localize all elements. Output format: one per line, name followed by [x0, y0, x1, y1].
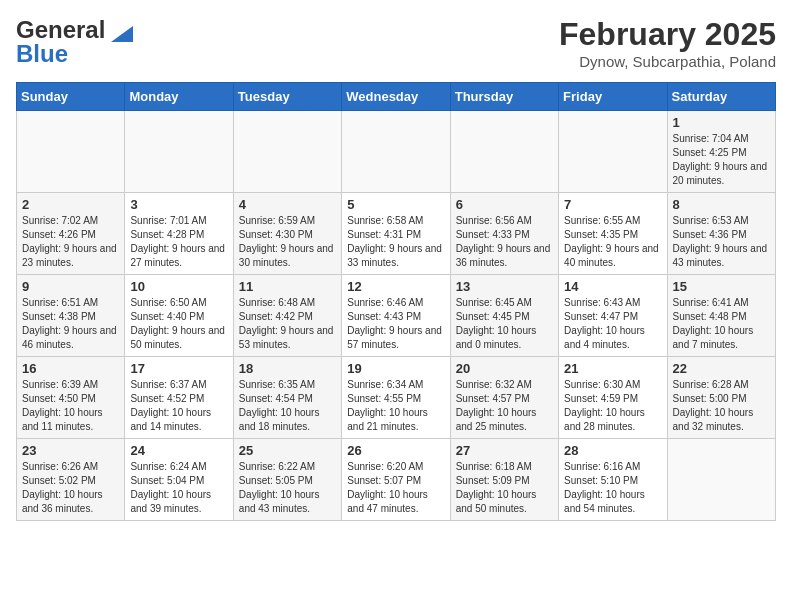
day-cell: 4Sunrise: 6:59 AM Sunset: 4:30 PM Daylig…	[233, 193, 341, 275]
weekday-header-row: SundayMondayTuesdayWednesdayThursdayFrid…	[17, 83, 776, 111]
day-cell	[559, 111, 667, 193]
day-number: 13	[456, 279, 553, 294]
day-info: Sunrise: 6:46 AM Sunset: 4:43 PM Dayligh…	[347, 296, 444, 352]
day-cell: 7Sunrise: 6:55 AM Sunset: 4:35 PM Daylig…	[559, 193, 667, 275]
day-cell: 2Sunrise: 7:02 AM Sunset: 4:26 PM Daylig…	[17, 193, 125, 275]
day-cell	[342, 111, 450, 193]
day-cell: 22Sunrise: 6:28 AM Sunset: 5:00 PM Dayli…	[667, 357, 775, 439]
calendar: SundayMondayTuesdayWednesdayThursdayFrid…	[16, 82, 776, 521]
day-info: Sunrise: 6:41 AM Sunset: 4:48 PM Dayligh…	[673, 296, 770, 352]
day-number: 4	[239, 197, 336, 212]
day-cell: 26Sunrise: 6:20 AM Sunset: 5:07 PM Dayli…	[342, 439, 450, 521]
day-number: 2	[22, 197, 119, 212]
day-info: Sunrise: 6:26 AM Sunset: 5:02 PM Dayligh…	[22, 460, 119, 516]
day-number: 21	[564, 361, 661, 376]
day-info: Sunrise: 6:55 AM Sunset: 4:35 PM Dayligh…	[564, 214, 661, 270]
day-cell: 11Sunrise: 6:48 AM Sunset: 4:42 PM Dayli…	[233, 275, 341, 357]
day-cell	[233, 111, 341, 193]
day-cell: 10Sunrise: 6:50 AM Sunset: 4:40 PM Dayli…	[125, 275, 233, 357]
day-info: Sunrise: 6:56 AM Sunset: 4:33 PM Dayligh…	[456, 214, 553, 270]
weekday-header-wednesday: Wednesday	[342, 83, 450, 111]
day-cell: 14Sunrise: 6:43 AM Sunset: 4:47 PM Dayli…	[559, 275, 667, 357]
day-info: Sunrise: 6:51 AM Sunset: 4:38 PM Dayligh…	[22, 296, 119, 352]
day-number: 3	[130, 197, 227, 212]
day-info: Sunrise: 6:18 AM Sunset: 5:09 PM Dayligh…	[456, 460, 553, 516]
day-info: Sunrise: 6:24 AM Sunset: 5:04 PM Dayligh…	[130, 460, 227, 516]
day-cell: 15Sunrise: 6:41 AM Sunset: 4:48 PM Dayli…	[667, 275, 775, 357]
day-number: 8	[673, 197, 770, 212]
svg-marker-0	[111, 26, 133, 42]
day-info: Sunrise: 7:01 AM Sunset: 4:28 PM Dayligh…	[130, 214, 227, 270]
day-info: Sunrise: 6:30 AM Sunset: 4:59 PM Dayligh…	[564, 378, 661, 434]
day-info: Sunrise: 6:48 AM Sunset: 4:42 PM Dayligh…	[239, 296, 336, 352]
day-info: Sunrise: 6:34 AM Sunset: 4:55 PM Dayligh…	[347, 378, 444, 434]
logo-icon	[111, 26, 133, 42]
day-info: Sunrise: 6:58 AM Sunset: 4:31 PM Dayligh…	[347, 214, 444, 270]
day-number: 15	[673, 279, 770, 294]
day-cell: 20Sunrise: 6:32 AM Sunset: 4:57 PM Dayli…	[450, 357, 558, 439]
day-number: 23	[22, 443, 119, 458]
day-number: 19	[347, 361, 444, 376]
logo-blue: Blue	[16, 40, 68, 68]
day-cell: 17Sunrise: 6:37 AM Sunset: 4:52 PM Dayli…	[125, 357, 233, 439]
day-info: Sunrise: 6:16 AM Sunset: 5:10 PM Dayligh…	[564, 460, 661, 516]
day-number: 17	[130, 361, 227, 376]
weekday-header-monday: Monday	[125, 83, 233, 111]
day-cell: 18Sunrise: 6:35 AM Sunset: 4:54 PM Dayli…	[233, 357, 341, 439]
day-info: Sunrise: 6:37 AM Sunset: 4:52 PM Dayligh…	[130, 378, 227, 434]
day-number: 6	[456, 197, 553, 212]
day-number: 11	[239, 279, 336, 294]
day-cell: 12Sunrise: 6:46 AM Sunset: 4:43 PM Dayli…	[342, 275, 450, 357]
day-cell	[17, 111, 125, 193]
day-cell: 23Sunrise: 6:26 AM Sunset: 5:02 PM Dayli…	[17, 439, 125, 521]
day-info: Sunrise: 6:50 AM Sunset: 4:40 PM Dayligh…	[130, 296, 227, 352]
day-number: 14	[564, 279, 661, 294]
day-cell: 21Sunrise: 6:30 AM Sunset: 4:59 PM Dayli…	[559, 357, 667, 439]
week-row-2: 2Sunrise: 7:02 AM Sunset: 4:26 PM Daylig…	[17, 193, 776, 275]
weekday-header-sunday: Sunday	[17, 83, 125, 111]
day-number: 12	[347, 279, 444, 294]
day-cell: 24Sunrise: 6:24 AM Sunset: 5:04 PM Dayli…	[125, 439, 233, 521]
day-cell: 5Sunrise: 6:58 AM Sunset: 4:31 PM Daylig…	[342, 193, 450, 275]
logo: General Blue	[16, 16, 133, 68]
page-header: General Blue February 2025 Dynow, Subcar…	[16, 16, 776, 70]
day-info: Sunrise: 6:45 AM Sunset: 4:45 PM Dayligh…	[456, 296, 553, 352]
day-number: 25	[239, 443, 336, 458]
day-info: Sunrise: 6:20 AM Sunset: 5:07 PM Dayligh…	[347, 460, 444, 516]
weekday-header-friday: Friday	[559, 83, 667, 111]
day-info: Sunrise: 6:59 AM Sunset: 4:30 PM Dayligh…	[239, 214, 336, 270]
day-cell: 28Sunrise: 6:16 AM Sunset: 5:10 PM Dayli…	[559, 439, 667, 521]
day-number: 24	[130, 443, 227, 458]
day-number: 16	[22, 361, 119, 376]
day-info: Sunrise: 6:39 AM Sunset: 4:50 PM Dayligh…	[22, 378, 119, 434]
day-cell	[125, 111, 233, 193]
day-cell	[667, 439, 775, 521]
day-number: 1	[673, 115, 770, 130]
day-number: 7	[564, 197, 661, 212]
day-cell: 6Sunrise: 6:56 AM Sunset: 4:33 PM Daylig…	[450, 193, 558, 275]
day-number: 28	[564, 443, 661, 458]
week-row-4: 16Sunrise: 6:39 AM Sunset: 4:50 PM Dayli…	[17, 357, 776, 439]
day-info: Sunrise: 6:22 AM Sunset: 5:05 PM Dayligh…	[239, 460, 336, 516]
day-cell: 16Sunrise: 6:39 AM Sunset: 4:50 PM Dayli…	[17, 357, 125, 439]
day-cell: 9Sunrise: 6:51 AM Sunset: 4:38 PM Daylig…	[17, 275, 125, 357]
month-title: February 2025	[559, 16, 776, 53]
week-row-5: 23Sunrise: 6:26 AM Sunset: 5:02 PM Dayli…	[17, 439, 776, 521]
day-cell	[450, 111, 558, 193]
day-cell: 8Sunrise: 6:53 AM Sunset: 4:36 PM Daylig…	[667, 193, 775, 275]
day-info: Sunrise: 6:35 AM Sunset: 4:54 PM Dayligh…	[239, 378, 336, 434]
day-number: 10	[130, 279, 227, 294]
day-number: 18	[239, 361, 336, 376]
title-block: February 2025 Dynow, Subcarpathia, Polan…	[559, 16, 776, 70]
day-cell: 3Sunrise: 7:01 AM Sunset: 4:28 PM Daylig…	[125, 193, 233, 275]
day-number: 26	[347, 443, 444, 458]
week-row-3: 9Sunrise: 6:51 AM Sunset: 4:38 PM Daylig…	[17, 275, 776, 357]
day-cell: 13Sunrise: 6:45 AM Sunset: 4:45 PM Dayli…	[450, 275, 558, 357]
day-number: 5	[347, 197, 444, 212]
location: Dynow, Subcarpathia, Poland	[559, 53, 776, 70]
day-info: Sunrise: 6:32 AM Sunset: 4:57 PM Dayligh…	[456, 378, 553, 434]
week-row-1: 1Sunrise: 7:04 AM Sunset: 4:25 PM Daylig…	[17, 111, 776, 193]
day-number: 22	[673, 361, 770, 376]
day-info: Sunrise: 6:53 AM Sunset: 4:36 PM Dayligh…	[673, 214, 770, 270]
weekday-header-thursday: Thursday	[450, 83, 558, 111]
